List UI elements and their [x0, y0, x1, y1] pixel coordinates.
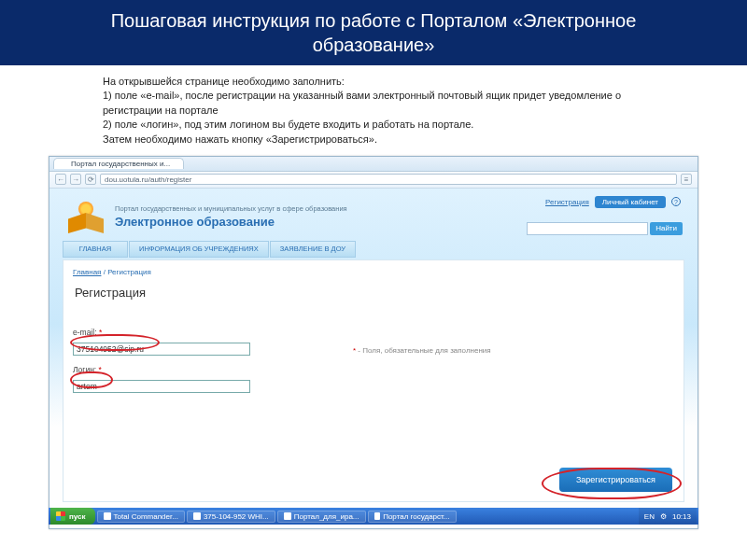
instructions-outro: Затем необходимо нажать кнопку «Зарегист… [103, 133, 663, 147]
instructions-intro: На открывшейся странице необходимо запол… [103, 75, 663, 89]
search-input[interactable] [527, 222, 648, 235]
corner-decoration-tr [687, 7, 740, 47]
portal-title: Электронное образование [115, 215, 347, 229]
system-tray: EN ⚙ 10:13 [639, 508, 697, 525]
menu-button[interactable]: ≡ [681, 174, 692, 185]
instructions-line-2: 2) поле «логин», под этим логином вы буд… [103, 118, 663, 132]
top-links: Регистрация Личный кабинет ? [545, 196, 681, 208]
nav-home[interactable]: ГЛАВНАЯ [63, 241, 128, 258]
breadcrumb-current: Регистрация [107, 268, 151, 276]
link-register[interactable]: Регистрация [545, 198, 589, 206]
favicon-icon [60, 161, 67, 168]
app-icon [193, 512, 201, 520]
search-button[interactable]: Найти [650, 222, 683, 235]
url-text: dou.uotula.ru/auth/register [105, 175, 191, 184]
forward-button[interactable]: → [70, 174, 81, 185]
email-field[interactable] [73, 343, 250, 356]
browser-toolbar: ← → ⟳ dou.uotula.ru/auth/register ≡ [49, 172, 698, 189]
nav-info[interactable]: ИНФОРМАЦИЯ ОБ УЧРЕЖДЕНИЯХ [129, 241, 269, 258]
tray-icon[interactable]: ⚙ [660, 512, 667, 521]
form-row-login: Логин: * [73, 365, 674, 393]
windows-icon [56, 511, 65, 521]
app-icon [374, 512, 381, 520]
page-body: Регистрация Личный кабинет ? Портал госу… [49, 189, 698, 528]
portal-logo [66, 200, 106, 233]
email-label: e-mail: * [73, 328, 674, 337]
breadcrumb-home[interactable]: Главная [73, 268, 101, 276]
taskbar: пуск Total Commander... 375-104-952 WHI.… [49, 508, 698, 525]
taskbar-item-2[interactable]: 375-104-952 WHI... [187, 511, 275, 523]
back-button[interactable]: ← [55, 174, 66, 185]
app-icon [284, 512, 291, 520]
corner-decoration-tl [7, 7, 60, 47]
register-button[interactable]: Зарегистрироваться [559, 468, 672, 492]
main-nav: ГЛАВНАЯ ИНФОРМАЦИЯ ОБ УЧРЕЖДЕНИЯХ ЗАЯВЛЕ… [63, 241, 684, 258]
taskbar-item-1[interactable]: Total Commander... [97, 511, 185, 523]
taskbar-item-4[interactable]: Портал государст... [368, 511, 457, 523]
instructions-line-1: 1) поле «e-mail», после регистрации на у… [103, 89, 663, 118]
nav-application[interactable]: ЗАЯВЛЕНИЕ В ДОУ [270, 241, 356, 258]
link-cabinet[interactable]: Личный кабинет [595, 196, 666, 208]
help-icon[interactable]: ? [671, 197, 681, 206]
start-button[interactable]: пуск [50, 508, 95, 525]
breadcrumb: Главная / Регистрация [73, 268, 674, 276]
instructions-block: На открывшейся странице необходимо запол… [0, 73, 747, 152]
login-label: Логин: * [73, 365, 674, 374]
page-heading: Регистрация [75, 286, 674, 300]
app-icon [104, 512, 111, 520]
language-indicator[interactable]: EN [644, 512, 655, 521]
clock[interactable]: 10:13 [672, 512, 691, 521]
slide-title: Пошаговая инструкция по работе с Портало… [0, 0, 747, 65]
tab-title: Портал государственных и... [71, 160, 170, 168]
content-card: Главная / Регистрация Регистрация * - По… [63, 259, 684, 502]
search-box: Найти [527, 222, 683, 235]
form-row-email: e-mail: * [73, 328, 674, 356]
address-bar[interactable]: dou.uotula.ru/auth/register [100, 174, 677, 185]
portal-subtitle: Портал государственных и муниципальных у… [115, 204, 347, 213]
browser-window: Портал государственных и... ← → ⟳ dou.uo… [49, 156, 698, 529]
reload-button[interactable]: ⟳ [85, 174, 96, 185]
taskbar-item-3[interactable]: Портал_для_ира... [277, 511, 366, 523]
browser-tab[interactable]: Портал государственных и... [53, 158, 184, 169]
browser-tabstrip: Портал государственных и... [49, 157, 698, 172]
login-field[interactable] [73, 380, 250, 393]
